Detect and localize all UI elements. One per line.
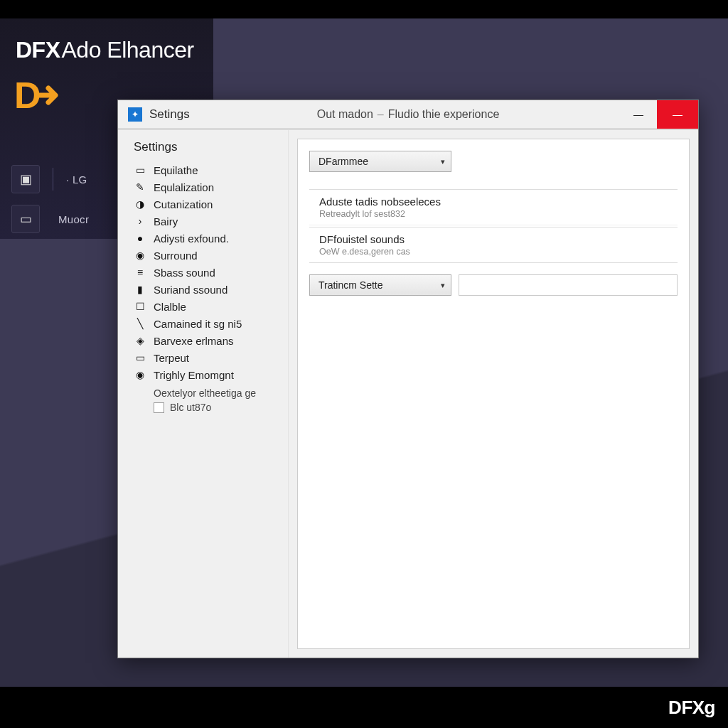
sidebar-item-sbass[interactable]: ≡Sbass sound <box>134 264 281 281</box>
pencil-icon: ✎ <box>134 181 146 193</box>
sidebar-item-trighly[interactable]: ◉Trighly Emomgnt <box>134 366 281 383</box>
settings-window: ✦ Setings Out madon–Fludio thie experion… <box>117 100 699 658</box>
target-icon: ◉ <box>134 368 146 381</box>
sidebar-item-equalization[interactable]: ✎Equlalization <box>134 178 281 196</box>
app-title: DFXAdo Elhancer <box>16 37 194 63</box>
sidebar-item-camained[interactable]: ╲Camained it sg ni5 <box>134 315 281 332</box>
toolbar-button-2[interactable]: ▭ <box>11 205 40 233</box>
rect-icon: ▭ <box>134 351 146 364</box>
checkbox-icon <box>154 402 164 413</box>
panel-adjust[interactable]: Aduste tadis nobseeleces Retreadylt lof … <box>309 189 678 225</box>
titlebar[interactable]: ✦ Setings Out madon–Fludio thie experion… <box>118 100 698 129</box>
sidebar-item-cutanization[interactable]: ◑Cutanization <box>134 196 281 213</box>
toolbar-separator <box>53 168 53 191</box>
slash-icon: ╲ <box>134 317 146 330</box>
close-button[interactable]: — <box>657 100 698 129</box>
sidebar-item-suriand[interactable]: ▮Suriand ssound <box>134 281 281 298</box>
contrast-icon: ◑ <box>134 198 146 210</box>
toolbar-label-1: · LG <box>66 173 87 186</box>
panel-icon: ▣ <box>20 171 32 187</box>
toolbar-button-1[interactable]: ▣ <box>11 165 40 193</box>
box-icon: ▭ <box>134 164 146 176</box>
sidebar-item-equilathe[interactable]: ▭Equilathe <box>134 161 281 178</box>
panel-sounds[interactable]: DFfouistel sounds OeW e.desa,geren cas <box>309 227 678 263</box>
circle-icon: ◉ <box>134 249 146 262</box>
window-title: Setings <box>149 107 190 122</box>
chevron-down-icon: ▾ <box>441 281 445 290</box>
toolbar-label-2: Muocr <box>58 213 89 225</box>
settings-dropdown[interactable]: Tratincm Sette ▾ <box>309 274 451 296</box>
window-icon: ▭ <box>20 211 32 227</box>
content-area: DFarmmee ▾ Aduste tadis nobseeleces Retr… <box>297 139 690 649</box>
profile-dropdown[interactable]: DFarmmee ▾ <box>309 151 451 172</box>
sidebar-item-clalble[interactable]: ☐Clalble <box>134 298 281 315</box>
sidebar-item-bairy[interactable]: ›Bairy <box>134 213 281 230</box>
sidebar-item-adjust[interactable]: ●Adiysti exfound. <box>134 230 281 247</box>
square-icon: ☐ <box>134 300 146 313</box>
sidebar-checkbox[interactable]: Blc ut87o <box>154 402 281 413</box>
sidebar-subtext: Oextelyor eltheetiga ge <box>154 387 281 399</box>
block-icon: ▮ <box>134 283 146 296</box>
minimize-button[interactable]: — <box>620 100 657 129</box>
footer: DFXg <box>0 687 728 728</box>
dot-icon: ● <box>134 232 146 245</box>
chevron-down-icon: ▾ <box>441 157 445 166</box>
equalizer-icon: ≡ <box>134 266 146 279</box>
sidebar-item-terpeut[interactable]: ▭Terpeut <box>134 349 281 366</box>
window-app-icon: ✦ <box>128 107 142 122</box>
sidebar-item-barvexe[interactable]: ◈Barvexe erlmans <box>134 332 281 349</box>
diamond-icon: ◈ <box>134 334 146 347</box>
sidebar-heading: Settings <box>134 140 281 154</box>
app-logo: D <box>14 74 70 117</box>
footer-brand: DFXg <box>668 697 715 719</box>
window-subtitle: Out madon–Fludio thie experionce <box>118 108 698 121</box>
settings-sidebar: Settings ▭Equilathe ✎Equlalization ◑Cuta… <box>118 130 289 658</box>
sidebar-item-surround[interactable]: ◉Surround <box>134 247 281 264</box>
chevron-icon: › <box>134 215 146 228</box>
settings-text-field[interactable] <box>459 274 678 296</box>
